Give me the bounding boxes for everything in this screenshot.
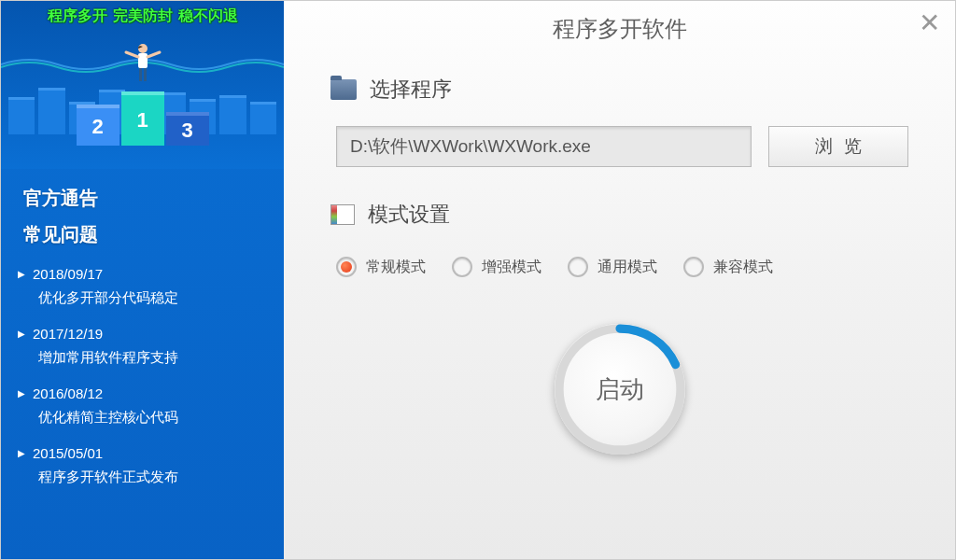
- radio-label: 增强模式: [482, 258, 541, 277]
- content: 选择程序 浏览 模式设置 常规模式 增强模式: [284, 57, 955, 559]
- titlebar: 程序多开软件 ✕: [284, 1, 955, 57]
- select-program-header: 选择程序: [330, 76, 908, 104]
- svg-rect-5: [144, 68, 147, 81]
- browse-button[interactable]: 浏览: [768, 126, 908, 167]
- mode-settings-label: 模式设置: [368, 201, 450, 229]
- banner-tag: 完美防封: [113, 7, 173, 26]
- svg-line-3: [148, 52, 160, 57]
- banner: 程序多开 完美防封 稳不闪退: [1, 1, 284, 169]
- svg-line-2: [126, 52, 138, 57]
- main-panel: 程序多开软件 ✕ 选择程序 浏览 模式设置 常规模式: [284, 1, 955, 559]
- banner-tags: 程序多开 完美防封 稳不闪退: [1, 1, 284, 32]
- podium-step-3: 3: [166, 112, 209, 146]
- settings-icon: [330, 204, 355, 225]
- close-icon[interactable]: ✕: [918, 14, 940, 36]
- mode-option-regular[interactable]: 常规模式: [336, 257, 426, 277]
- news-item: 2015/05/01 程序多开软件正式发布: [1, 440, 284, 499]
- radio-icon: [336, 257, 357, 277]
- news-item: 2018/09/17 优化多开部分代码稳定: [1, 260, 284, 320]
- mode-option-enhanced[interactable]: 增强模式: [452, 257, 541, 277]
- podium: 2 1 3: [77, 91, 209, 146]
- launch-label: 启动: [596, 373, 644, 406]
- mode-radio-group: 常规模式 增强模式 通用模式 兼容模式: [330, 257, 908, 277]
- news-date[interactable]: 2017/12/19: [18, 326, 267, 342]
- section-faq-title[interactable]: 常见问题: [1, 217, 284, 253]
- news-date[interactable]: 2016/08/12: [18, 385, 267, 401]
- folder-icon: [330, 79, 357, 100]
- banner-tag: 稳不闪退: [178, 7, 238, 26]
- launch-button[interactable]: 启动: [555, 324, 685, 455]
- app-window: 程序多开 完美防封 稳不闪退: [0, 0, 956, 560]
- svg-rect-4: [139, 68, 142, 81]
- launch-area: 启动: [330, 324, 908, 455]
- select-program-label: 选择程序: [370, 76, 452, 104]
- app-title: 程序多开软件: [553, 14, 687, 44]
- news-date[interactable]: 2018/09/17: [18, 266, 267, 282]
- section-announcements-title[interactable]: 官方通告: [1, 180, 284, 217]
- news-date[interactable]: 2015/05/01: [18, 445, 267, 461]
- news-text[interactable]: 优化精简主控核心代码: [18, 401, 267, 427]
- svg-point-0: [138, 44, 148, 53]
- banner-tag: 程序多开: [48, 7, 107, 26]
- path-input[interactable]: [336, 126, 752, 167]
- mode-option-universal[interactable]: 通用模式: [568, 257, 657, 277]
- news-item: 2016/08/12 优化精简主控核心代码: [1, 380, 284, 440]
- news-text[interactable]: 优化多开部分代码稳定: [18, 282, 267, 307]
- podium-scene: 2 1 3: [1, 32, 284, 153]
- news-text[interactable]: 程序多开软件正式发布: [18, 461, 267, 486]
- podium-step-2: 2: [77, 105, 120, 146]
- radio-icon: [568, 257, 588, 277]
- radio-icon: [452, 257, 472, 277]
- path-row: 浏览: [330, 126, 908, 167]
- sidebar-sections: 官方通告 常见问题 2018/09/17 优化多开部分代码稳定 2017/12/…: [1, 169, 284, 518]
- radio-icon: [683, 257, 704, 277]
- mode-option-compat[interactable]: 兼容模式: [683, 257, 773, 277]
- sidebar: 程序多开 完美防封 稳不闪退: [1, 1, 284, 559]
- mode-settings-header: 模式设置: [330, 201, 908, 229]
- news-text[interactable]: 增加常用软件程序支持: [18, 342, 267, 367]
- news-item: 2017/12/19 增加常用软件程序支持: [1, 320, 284, 380]
- news-list: 2018/09/17 优化多开部分代码稳定 2017/12/19 增加常用软件程…: [1, 253, 284, 507]
- podium-step-1: 1: [121, 91, 164, 146]
- person-icon: [124, 41, 162, 91]
- radio-label: 常规模式: [366, 258, 426, 277]
- radio-label: 兼容模式: [713, 258, 773, 277]
- radio-label: 通用模式: [598, 258, 657, 277]
- svg-rect-1: [138, 53, 148, 68]
